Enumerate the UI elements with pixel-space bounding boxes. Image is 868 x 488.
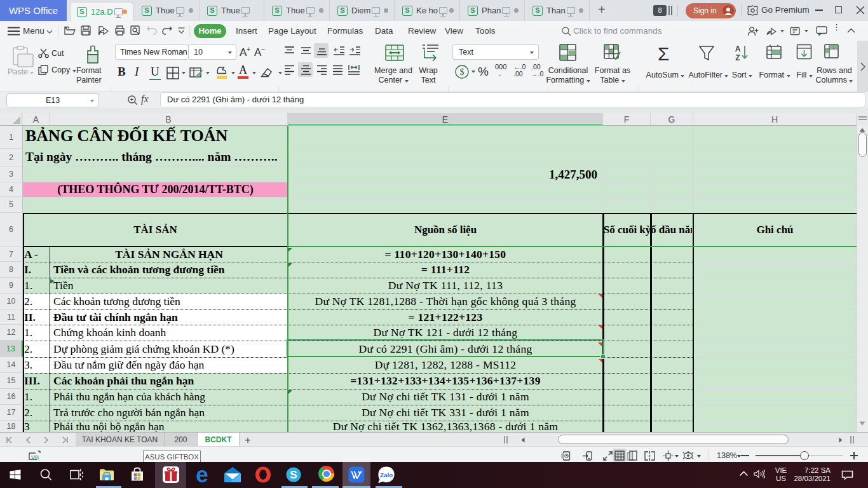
svg-text:Z: Z xyxy=(735,53,740,62)
svg-text:A: A xyxy=(735,44,741,53)
svg-text:S: S xyxy=(290,469,297,481)
svg-text:VB: VB xyxy=(31,454,39,461)
svg-text:$: $ xyxy=(460,67,465,77)
svg-text:Zalo: Zalo xyxy=(380,471,393,478)
